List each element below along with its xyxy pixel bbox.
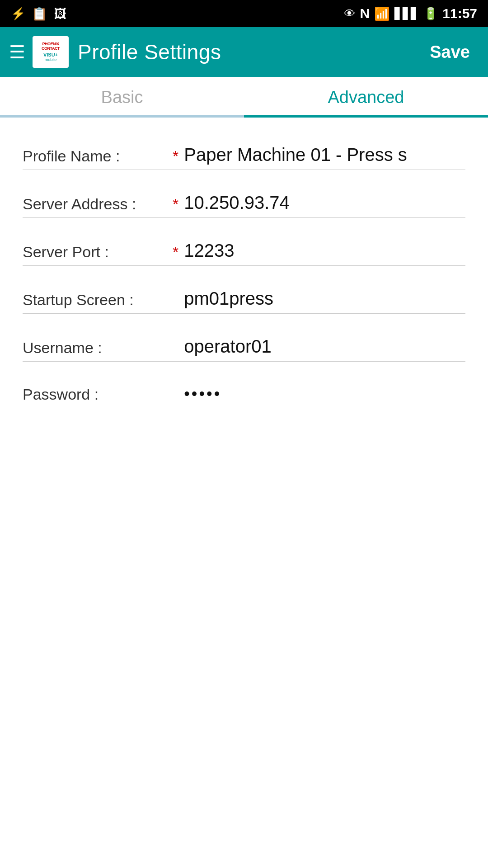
- status-bar: ⚡ 📋 🖼 👁 N 📶 ▋▋▋ 🔋 11:57: [0, 0, 488, 27]
- username-label: Username :: [23, 339, 167, 357]
- password-label: Password :: [23, 386, 167, 403]
- tab-basic-indicator: [0, 115, 244, 118]
- server-port-row: Server Port : * 12233: [23, 222, 465, 266]
- signal-icon: ▋▋▋: [394, 7, 419, 20]
- server-address-field[interactable]: 10.250.93.74: [184, 193, 465, 213]
- tab-advanced-indicator: [244, 115, 488, 118]
- logo-phoenix-text: PHOENIXCONTACT: [42, 42, 60, 51]
- server-address-required: *: [173, 195, 178, 213]
- server-port-required: *: [173, 243, 178, 261]
- status-bar-right-icons: 👁 N 📶 ▋▋▋ 🔋 11:57: [344, 6, 477, 21]
- app-logo: PHOENIXCONTACT VISU+ mobile: [33, 36, 69, 68]
- server-port-label: Server Port :: [23, 243, 167, 261]
- profile-name-row: Profile Name : * Paper Machine 01 - Pres…: [23, 127, 465, 170]
- clock: 11:57: [442, 6, 477, 21]
- usb-icon: ⚡: [11, 7, 25, 21]
- status-bar-left-icons: ⚡ 📋 🖼: [11, 6, 66, 21]
- password-field[interactable]: •••••: [184, 384, 465, 403]
- app-bar: ☰ PHOENIXCONTACT VISU+ mobile Profile Se…: [0, 27, 488, 77]
- menu-icon[interactable]: ☰: [9, 42, 25, 62]
- username-field[interactable]: operator01: [184, 336, 465, 357]
- server-port-field[interactable]: 12233: [184, 241, 465, 261]
- n-icon: N: [360, 6, 370, 21]
- tab-advanced-label: Advanced: [328, 88, 404, 107]
- tabs-container: Basic Advanced: [0, 77, 488, 118]
- image-icon: 🖼: [54, 6, 66, 21]
- startup-screen-label: Startup Screen :: [23, 291, 167, 309]
- wifi-icon: 📶: [374, 6, 390, 21]
- profile-name-field[interactable]: Paper Machine 01 - Press s: [184, 145, 465, 165]
- save-button[interactable]: Save: [421, 38, 479, 66]
- doc-icon: 📋: [32, 6, 47, 21]
- tab-basic-label: Basic: [101, 88, 143, 107]
- profile-name-required: *: [173, 147, 178, 165]
- password-row: Password : * •••••: [23, 366, 465, 408]
- server-address-label: Server Address :: [23, 195, 167, 213]
- battery-icon: 🔋: [423, 7, 438, 21]
- logo-mobile-text: mobile: [45, 57, 57, 62]
- eye-icon: 👁: [344, 7, 356, 21]
- tab-advanced[interactable]: Advanced: [244, 77, 488, 118]
- logo-visu-text: VISU+: [43, 52, 58, 57]
- server-address-row: Server Address : * 10.250.93.74: [23, 175, 465, 218]
- startup-screen-row: Startup Screen : * pm01press: [23, 270, 465, 314]
- startup-screen-field[interactable]: pm01press: [184, 288, 465, 309]
- username-row: Username : * operator01: [23, 318, 465, 362]
- page-title: Profile Settings: [78, 40, 421, 64]
- profile-name-label: Profile Name :: [23, 147, 167, 165]
- tab-basic[interactable]: Basic: [0, 77, 244, 118]
- form-content: Profile Name : * Paper Machine 01 - Pres…: [0, 118, 488, 422]
